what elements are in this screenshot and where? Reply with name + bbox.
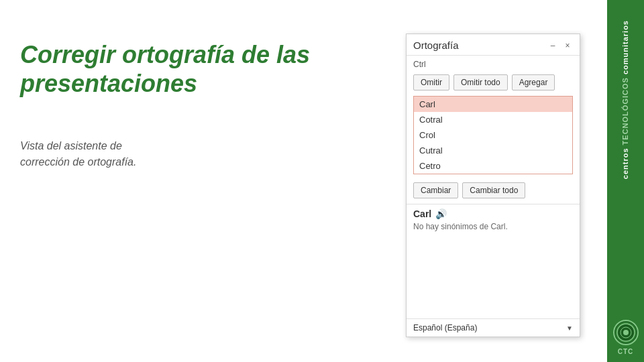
- suggestions-list: Carl Cotral Crol Cutral Cetro: [413, 96, 573, 174]
- omit-all-button[interactable]: Omitir todo: [453, 74, 508, 90]
- svg-point-2: [623, 330, 629, 335]
- panel-controls: – ×: [547, 40, 573, 51]
- logo-circle: [613, 320, 639, 345]
- left-content: Corregir ortografía de las presentacione…: [20, 27, 406, 170]
- close-button[interactable]: ×: [562, 40, 573, 51]
- sidebar-text: centros TECNOLÓGICOS comunitarios: [621, 20, 630, 179]
- sidebar-centros: centros: [621, 147, 629, 179]
- slide-title: Corregir ortografía de las presentacione…: [20, 40, 406, 98]
- suggestion-item-crol[interactable]: Crol: [414, 127, 572, 143]
- ctc-label: CTC: [618, 348, 634, 355]
- sidebar-comunitarios: comunitarios: [621, 20, 629, 74]
- suggestion-item-cotral[interactable]: Cotral: [414, 112, 572, 127]
- suggestion-item-cetro[interactable]: Cetro: [414, 158, 572, 174]
- synonym-section: Carl 🔊 No hay sinónimos de Carl.: [407, 204, 580, 318]
- minimize-button[interactable]: –: [547, 40, 558, 51]
- right-sidebar: centros TECNOLÓGICOS comunitarios CTC: [607, 0, 644, 362]
- panel-title: Ortografía: [413, 40, 459, 51]
- suggestion-item-cutral[interactable]: Cutral: [414, 143, 572, 158]
- add-button[interactable]: Agregar: [512, 74, 555, 90]
- ctrl-label: Ctrl: [407, 56, 580, 72]
- logo-inner: [615, 322, 637, 343]
- logo-svg: [616, 323, 635, 342]
- language-label: Español (España): [413, 323, 566, 333]
- sidebar-logo-area: CTC: [613, 320, 639, 355]
- change-all-button[interactable]: Cambiar todo: [462, 182, 525, 198]
- change-button[interactable]: Cambiar: [413, 182, 458, 198]
- omit-buttons-row: Omitir Omitir todo Agregar: [407, 72, 580, 96]
- suggestion-item-carl[interactable]: Carl: [414, 97, 572, 112]
- panel-header: Ortografía – ×: [407, 34, 580, 56]
- no-synonyms-text: No hay sinónimos de Carl.: [413, 222, 573, 234]
- dropdown-arrow-icon[interactable]: ▼: [566, 324, 573, 332]
- synonym-word: Carl 🔊: [413, 208, 573, 219]
- change-buttons-row: Cambiar Cambiar todo: [407, 180, 580, 204]
- language-row[interactable]: Español (España) ▼: [407, 318, 580, 337]
- sidebar-tecnologicos: TECNOLÓGICOS: [621, 77, 629, 145]
- spell-panel: Ortografía – × Ctrl Omitir Omitir todo A…: [406, 34, 580, 337]
- slide-subtitle: Vista del asistente de corrección de ort…: [20, 138, 406, 170]
- main-area: Corregir ortografía de las presentacione…: [0, 0, 607, 362]
- synonym-space: [413, 234, 573, 314]
- sound-icon[interactable]: 🔊: [435, 208, 447, 219]
- omit-button[interactable]: Omitir: [413, 74, 449, 90]
